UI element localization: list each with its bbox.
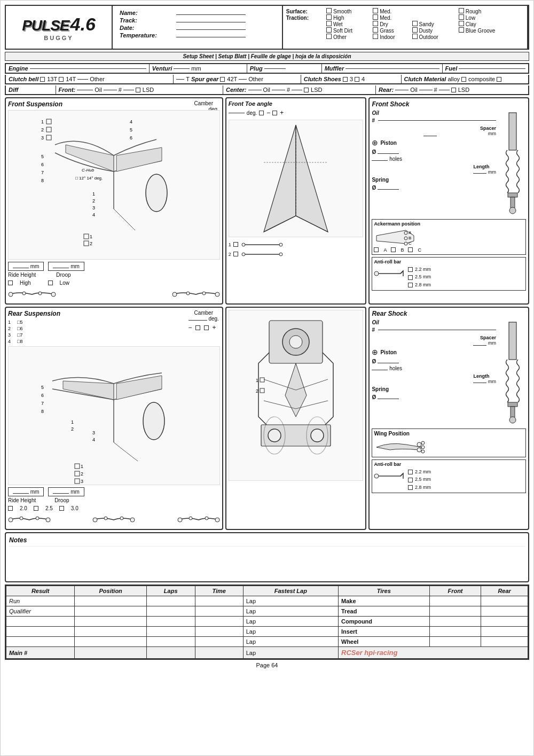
dry-cb[interactable] bbox=[373, 21, 378, 26]
svg-text:6: 6 bbox=[41, 393, 44, 398]
arb3-cb[interactable] bbox=[408, 283, 413, 287]
alloy-checkbox[interactable] bbox=[461, 77, 466, 82]
rarb2-cb[interactable] bbox=[408, 478, 413, 482]
med2-cb[interactable] bbox=[373, 14, 378, 20]
sandy-cb[interactable] bbox=[412, 21, 418, 26]
clutch-shoes-label: Clutch Shoes bbox=[304, 76, 341, 82]
center-lsd-checkbox[interactable] bbox=[304, 88, 309, 92]
insert-label: Insert bbox=[339, 627, 430, 637]
composite-checkbox[interactable] bbox=[497, 77, 501, 82]
empty-row-1: Lap Compound bbox=[6, 617, 528, 627]
rarb1-cb[interactable] bbox=[408, 470, 413, 474]
dusty-cb[interactable] bbox=[412, 27, 418, 33]
link-row-1: 1 bbox=[229, 240, 364, 248]
main-row: Main # Lap RCSer hpi·racing bbox=[6, 647, 528, 659]
rear-lsd-checkbox[interactable] bbox=[451, 88, 456, 92]
svg-rect-86 bbox=[509, 322, 516, 360]
tires-col-header: Tires bbox=[339, 586, 430, 596]
main-position bbox=[75, 647, 146, 659]
other-surface-cb[interactable] bbox=[326, 34, 332, 39]
diff-hash2-label: # bbox=[287, 87, 290, 93]
name-label: Name: bbox=[120, 10, 138, 16]
clay-cb[interactable] bbox=[459, 21, 464, 26]
ack-b-cb[interactable] bbox=[391, 247, 396, 252]
svg-point-19 bbox=[146, 174, 167, 212]
front-shock-box: Front Shock Oil # Spacer bbox=[368, 97, 529, 305]
rear-camber-neg-cb[interactable] bbox=[195, 325, 200, 330]
front-shock-content: Oil # Spacer mm bbox=[372, 110, 526, 217]
low-checkbox[interactable] bbox=[48, 280, 53, 285]
rear-camber-pos-cb[interactable] bbox=[204, 325, 209, 330]
spur-checkbox[interactable] bbox=[220, 77, 225, 82]
grass-cb[interactable] bbox=[373, 27, 378, 33]
svg-rect-61 bbox=[75, 479, 80, 484]
opt25-checkbox[interactable] bbox=[34, 506, 38, 511]
rear-shock-content: Oil # Spacer mm bbox=[372, 319, 526, 426]
compound-label: Compound bbox=[339, 617, 430, 627]
smooth-cb[interactable] bbox=[326, 8, 332, 13]
diam-label: Ø bbox=[372, 149, 376, 155]
svg-point-70 bbox=[178, 518, 182, 522]
empty-row-3: Lap Wheel bbox=[6, 637, 528, 647]
tread-front bbox=[429, 606, 481, 617]
page-num-text: Page 64 bbox=[256, 662, 278, 668]
shoes3-checkbox[interactable] bbox=[343, 77, 348, 82]
med1-cb[interactable] bbox=[373, 8, 378, 13]
svg-text:6: 6 bbox=[130, 135, 132, 141]
svg-text:7: 7 bbox=[41, 170, 44, 175]
svg-rect-7 bbox=[46, 119, 51, 124]
insert-front bbox=[429, 627, 481, 637]
opt30-checkbox[interactable] bbox=[59, 506, 64, 511]
wet-cb[interactable] bbox=[326, 21, 332, 26]
low-cb[interactable] bbox=[459, 14, 464, 20]
high-cb[interactable] bbox=[326, 14, 332, 20]
arb2-cb[interactable] bbox=[408, 275, 413, 280]
svg-text:6: 6 bbox=[41, 162, 44, 167]
outdoor-cb[interactable] bbox=[412, 34, 418, 39]
blue-groove-cb[interactable] bbox=[459, 27, 464, 33]
svg-text:5: 5 bbox=[41, 154, 44, 159]
diff-rear-label: Rear: bbox=[379, 87, 394, 93]
rear-arb-diagram: 2.2 mm 2.5 mm 2.8 mm bbox=[374, 468, 524, 491]
high-low-row: High Low bbox=[8, 280, 220, 286]
run-time bbox=[195, 596, 243, 606]
toe-pos-cb[interactable] bbox=[272, 111, 277, 115]
arb1-cb[interactable] bbox=[408, 267, 413, 272]
empty-pos-3 bbox=[75, 637, 146, 647]
ride-height-labels: Ride Height Droop bbox=[8, 272, 220, 278]
link2-cb[interactable] bbox=[233, 252, 238, 256]
indoor-cb[interactable] bbox=[373, 34, 378, 39]
link1-cb[interactable] bbox=[233, 242, 238, 247]
toe-svg bbox=[253, 120, 339, 237]
rear-mm-label2: mm bbox=[70, 489, 80, 495]
high-checkbox[interactable] bbox=[8, 280, 13, 285]
rough-cb[interactable] bbox=[459, 8, 464, 13]
spur-value: 42T bbox=[227, 76, 237, 82]
t13-checkbox[interactable] bbox=[40, 77, 45, 82]
empty-result-1 bbox=[6, 617, 75, 627]
diff-front-cell: Front: Oil # LSD bbox=[56, 85, 224, 94]
svg-point-95 bbox=[374, 474, 379, 478]
rarb3-cb[interactable] bbox=[408, 485, 413, 490]
svg-point-72 bbox=[189, 517, 192, 520]
t14-checkbox[interactable] bbox=[59, 77, 64, 82]
spur-other-label: Other bbox=[248, 76, 263, 82]
front-lsd-checkbox[interactable] bbox=[136, 88, 140, 92]
toe-neg-cb[interactable] bbox=[259, 111, 264, 115]
spur-gear-cell: T Spur gear 42T Other bbox=[174, 75, 301, 83]
rear-suspension-box: Rear Suspension Camber deg. − + 1 2 3 bbox=[5, 307, 223, 530]
ack-a-cb[interactable] bbox=[374, 247, 379, 252]
clutch-material-cell: Clutch Material alloy composite bbox=[402, 75, 528, 83]
traction-title: Traction: bbox=[286, 14, 326, 21]
rear-center-diagram: 1 2 bbox=[229, 310, 364, 481]
opt20-checkbox[interactable] bbox=[8, 506, 13, 511]
rear-hash-label: # bbox=[372, 327, 375, 333]
subtitle-bar: Setup Sheet | Setup Blatt | Feuille de g… bbox=[5, 52, 529, 61]
ack-c-cb[interactable] bbox=[408, 247, 413, 252]
notes-content[interactable] bbox=[9, 546, 525, 578]
soft-dirt-cb[interactable] bbox=[326, 27, 332, 33]
hash-row: # bbox=[372, 118, 496, 123]
svg-point-33 bbox=[279, 243, 282, 246]
shoes4-checkbox[interactable] bbox=[355, 77, 359, 82]
results-header-row: Result Position Laps Time Fastest Lap Ti… bbox=[6, 586, 528, 596]
